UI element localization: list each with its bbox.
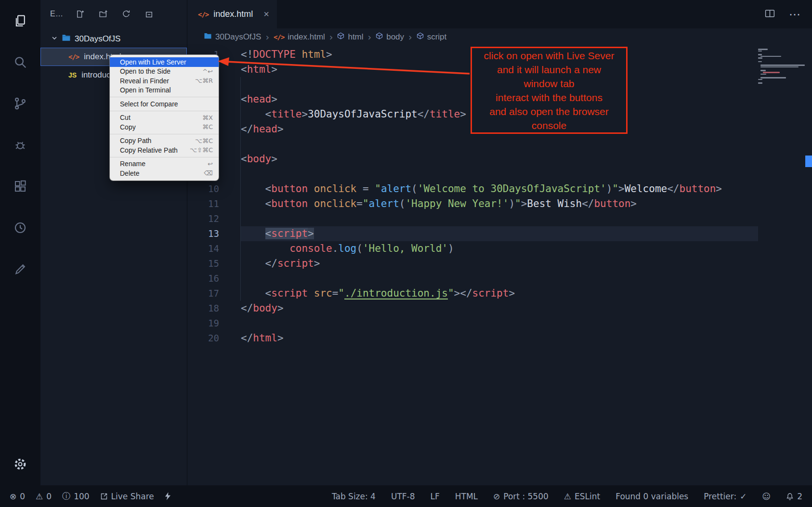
folder-row-30daysofjs[interactable]: 30DaysOfJS (40, 30, 187, 48)
status-bar: ⊗0⚠0ⓘ100Live Share Tab Size: 4UTF-8LFHTM… (0, 485, 812, 507)
status-eslint[interactable]: ⚠ESLint (564, 492, 600, 501)
code-line-12[interactable]: 12 (187, 211, 812, 226)
status-notifications[interactable]: 2 (786, 492, 802, 501)
status-errors[interactable]: ⊗0 (10, 492, 25, 501)
menu-item-select-for-compare[interactable]: Select for Compare (110, 99, 219, 109)
status-language-mode[interactable]: HTML (455, 492, 478, 501)
status-text: LF (431, 492, 440, 501)
menu-item-shortcut: ⌘C (202, 123, 213, 130)
status-port[interactable]: ⊘Port : 5500 (493, 492, 549, 501)
menu-separator (110, 157, 219, 157)
code-line-18[interactable]: 18</body> (187, 301, 812, 316)
line-number: 14 (187, 241, 219, 256)
more-actions-icon[interactable]: ⋯ (789, 8, 800, 21)
code-line-11[interactable]: 11 <button onclick="alert('Happy New Yea… (187, 196, 812, 211)
status-tab-size[interactable]: Tab Size: 4 (332, 492, 376, 501)
line-content: <body> (241, 152, 758, 167)
split-editor-icon[interactable] (764, 8, 775, 21)
status-variables[interactable]: Found 0 variables (616, 492, 688, 501)
status-encoding[interactable]: UTF-8 (391, 492, 415, 501)
breadcrumb-item-body[interactable]: body (376, 32, 404, 42)
status-lightning[interactable] (165, 492, 171, 500)
menu-item-cut[interactable]: Cut⌘X (110, 113, 219, 123)
menu-item-open-to-the-side[interactable]: Open to the Side^↩ (110, 67, 219, 77)
extensions-icon[interactable] (0, 166, 40, 207)
tab-index-html[interactable]: </> index.html × (187, 0, 277, 28)
code-line-10[interactable]: 10 <button onclick = "alert('Welcome to … (187, 182, 812, 196)
html-file-icon: </> (198, 11, 209, 18)
line-content: </html> (241, 331, 758, 346)
breadcrumb-item-html[interactable]: html (337, 32, 363, 42)
breadcrumb-label: body (386, 32, 404, 42)
refresh-icon[interactable] (122, 10, 131, 18)
new-folder-icon[interactable] (99, 10, 107, 18)
minimap-line (760, 65, 805, 66)
line-content: <script src="./introduction.js"></script… (241, 286, 758, 301)
html-file-icon: </> (68, 53, 79, 61)
explorer-icon[interactable] (0, 0, 40, 41)
minimap-line (760, 70, 765, 71)
line-number: 18 (187, 301, 219, 316)
code-line-16[interactable]: 16 (187, 271, 812, 286)
minimap-line (758, 54, 762, 55)
code-line-17[interactable]: 17 <script src="./introduction.js"></scr… (187, 286, 812, 301)
minimap[interactable] (758, 49, 804, 84)
code-line-8[interactable]: 8<body> (187, 152, 812, 167)
status-text: HTML (455, 492, 478, 501)
menu-item-open-with-live-server[interactable]: Open with Live Server (110, 57, 219, 67)
menu-item-rename[interactable]: Rename↩ (110, 159, 219, 169)
code-line-13[interactable]: 13 <script> (187, 226, 812, 241)
code-line-7[interactable]: 7 (187, 137, 812, 152)
status-text: 100 (74, 492, 89, 501)
code-line-15[interactable]: 15 </script> (187, 256, 812, 271)
annotation-line: and it will launch a new (497, 63, 601, 77)
status-eol[interactable]: LF (431, 492, 440, 501)
close-tab-icon[interactable]: × (263, 9, 269, 20)
line-content (241, 316, 758, 331)
activity-bar (0, 0, 40, 485)
code-line-19[interactable]: 19 (187, 316, 812, 331)
js-file-icon: JS (68, 71, 77, 79)
breadcrumb-item-30daysofjs[interactable]: 30DaysOfJS (204, 32, 261, 42)
annotation-line: click on open with Live Sever (484, 49, 615, 63)
info-icon: ⓘ (62, 491, 70, 502)
code-line-14[interactable]: 14 console.log('Hello, World') (187, 241, 812, 256)
status-live-share[interactable]: Live Share (100, 492, 154, 501)
breadcrumb-chevron-icon: › (329, 32, 333, 42)
smiley-icon: ☺ (762, 492, 771, 501)
clock-icon[interactable] (0, 207, 40, 248)
menu-item-copy-relative-path[interactable]: Copy Relative Path⌥⇧⌘C (110, 145, 219, 155)
menu-item-open-in-terminal[interactable]: Open in Terminal (110, 86, 219, 95)
menu-item-shortcut: ⌥⌘C (195, 137, 213, 144)
menu-item-shortcut: ⌥⇧⌘C (190, 146, 213, 154)
status-prettier[interactable]: Prettier:✓ (704, 492, 747, 501)
status-text: 0 (20, 492, 25, 501)
status-feedback-smiley[interactable]: ☺ (762, 492, 771, 501)
line-content: <script> (241, 226, 758, 241)
collapse-all-icon[interactable] (145, 10, 154, 18)
debug-icon[interactable] (0, 124, 40, 166)
menu-item-delete[interactable]: Delete⌫ (110, 169, 219, 178)
menu-item-copy[interactable]: Copy⌘C (110, 122, 219, 132)
feedback-pen-icon[interactable] (0, 248, 40, 290)
code-line-9[interactable]: 9 (187, 167, 812, 182)
new-file-icon[interactable] (76, 10, 84, 18)
code-line-20[interactable]: 20</html> (187, 331, 812, 346)
source-control-icon[interactable] (0, 83, 40, 124)
settings-gear-icon[interactable] (0, 443, 40, 485)
breadcrumb-item-index-html[interactable]: </>index.html (274, 32, 325, 42)
menu-item-reveal-in-finder[interactable]: Reveal in Finder⌥⌘R (110, 76, 219, 86)
menu-item-shortcut: ^↩ (202, 68, 213, 75)
minimap-line (758, 51, 762, 52)
menu-item-label: Copy Relative Path (120, 146, 190, 154)
line-number: 15 (187, 256, 219, 271)
status-info[interactable]: ⓘ100 (62, 491, 89, 502)
menu-item-copy-path[interactable]: Copy Path⌥⌘C (110, 136, 219, 146)
minimap-line (758, 49, 768, 50)
search-icon[interactable] (0, 41, 40, 83)
status-text: Port : 5500 (503, 492, 549, 501)
folder-icon (204, 32, 212, 42)
breadcrumb-item-script[interactable]: script (417, 32, 447, 42)
breadcrumb-label: html (348, 32, 363, 42)
status-warnings[interactable]: ⚠0 (36, 492, 52, 501)
